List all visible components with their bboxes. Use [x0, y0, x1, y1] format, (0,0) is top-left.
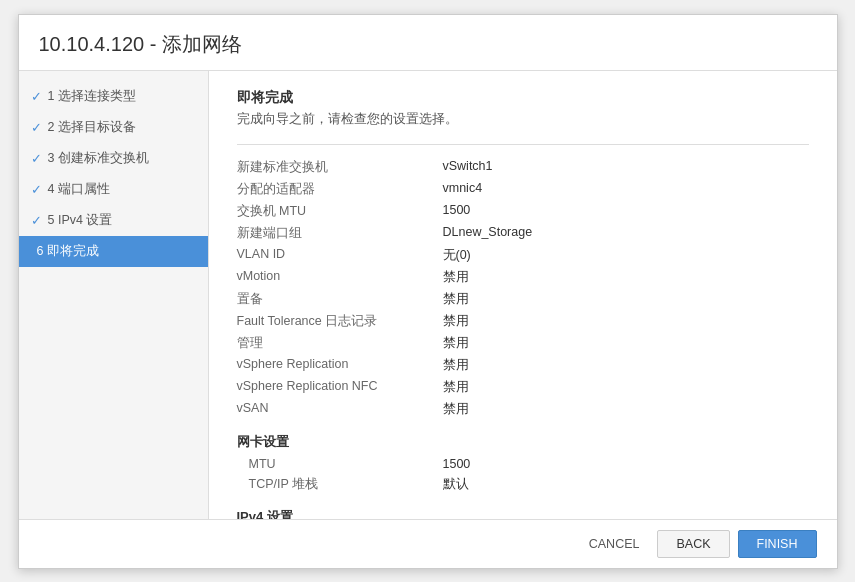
nic-label: TCP/IP 堆栈 [237, 474, 437, 496]
sidebar-item-step4[interactable]: ✓4 端口属性 [19, 174, 208, 205]
ipv4-section-title: IPv4 设置 [237, 508, 809, 519]
main-content: 即将完成 完成向导之前，请检查您的设置选择。 新建标准交换机vSwitch1分配… [209, 71, 837, 519]
sidebar-item-step2[interactable]: ✓2 选择目标设备 [19, 112, 208, 143]
setting-label: 管理 [237, 333, 437, 355]
divider-1 [237, 144, 809, 145]
setting-value: 禁用 [437, 333, 809, 355]
setting-value: 禁用 [437, 311, 809, 333]
setting-value: 禁用 [437, 289, 809, 311]
table-row: vSphere Replication禁用 [237, 355, 809, 377]
table-row: vMotion禁用 [237, 267, 809, 289]
setting-value: 1500 [437, 201, 809, 223]
add-network-dialog: 10.10.4.120 - 添加网络 ✓1 选择连接类型✓2 选择目标设备✓3 … [18, 14, 838, 569]
table-row: VLAN ID无(0) [237, 245, 809, 267]
setting-label: vSAN [237, 399, 437, 421]
finish-button[interactable]: FINISH [738, 530, 817, 558]
setting-label: 交换机 MTU [237, 201, 437, 223]
nic-settings-table: MTU1500TCP/IP 堆栈默认 [237, 455, 809, 496]
setting-label: vMotion [237, 267, 437, 289]
sidebar-item-step1[interactable]: ✓1 选择连接类型 [19, 81, 208, 112]
sidebar-label-step3: 3 创建标准交换机 [48, 150, 149, 167]
table-row: vSphere Replication NFC禁用 [237, 377, 809, 399]
sidebar-label-step2: 2 选择目标设备 [48, 119, 136, 136]
setting-value: 禁用 [437, 377, 809, 399]
nic-value: 默认 [437, 474, 809, 496]
table-row: vSAN禁用 [237, 399, 809, 421]
check-icon-step3: ✓ [31, 151, 42, 166]
sidebar-item-step6[interactable]: 6 即将完成 [19, 236, 208, 267]
sidebar-item-step5[interactable]: ✓5 IPv4 设置 [19, 205, 208, 236]
setting-label: Fault Tolerance 日志记录 [237, 311, 437, 333]
section-subtitle: 完成向导之前，请检查您的设置选择。 [237, 111, 809, 128]
setting-value: 禁用 [437, 267, 809, 289]
table-row: 管理禁用 [237, 333, 809, 355]
setting-value: 禁用 [437, 399, 809, 421]
dialog-footer: CANCEL BACK FINISH [19, 519, 837, 568]
table-row: 置备禁用 [237, 289, 809, 311]
setting-label: vSphere Replication NFC [237, 377, 437, 399]
table-row: 分配的适配器vmnic4 [237, 179, 809, 201]
cancel-button[interactable]: CANCEL [579, 531, 650, 557]
check-icon-step2: ✓ [31, 120, 42, 135]
check-icon-step5: ✓ [31, 213, 42, 228]
settings-table: 新建标准交换机vSwitch1分配的适配器vmnic4交换机 MTU1500新建… [237, 157, 809, 421]
setting-value: 无(0) [437, 245, 809, 267]
dialog-body: ✓1 选择连接类型✓2 选择目标设备✓3 创建标准交换机✓4 端口属性✓5 IP… [19, 71, 837, 519]
table-row: 新建端口组DLnew_Storage [237, 223, 809, 245]
setting-value: 禁用 [437, 355, 809, 377]
setting-label: 新建标准交换机 [237, 157, 437, 179]
check-icon-step4: ✓ [31, 182, 42, 197]
dialog-title: 10.10.4.120 - 添加网络 [19, 15, 837, 71]
setting-label: 分配的适配器 [237, 179, 437, 201]
table-row: TCP/IP 堆栈默认 [237, 474, 809, 496]
check-icon-step1: ✓ [31, 89, 42, 104]
section-title: 即将完成 [237, 89, 809, 107]
setting-value: DLnew_Storage [437, 223, 809, 245]
sidebar: ✓1 选择连接类型✓2 选择目标设备✓3 创建标准交换机✓4 端口属性✓5 IP… [19, 71, 209, 519]
table-row: MTU1500 [237, 455, 809, 474]
sidebar-label-step5: 5 IPv4 设置 [48, 212, 113, 229]
nic-section-title: 网卡设置 [237, 433, 809, 451]
nic-label: MTU [237, 455, 437, 474]
setting-value: vmnic4 [437, 179, 809, 201]
setting-label: 新建端口组 [237, 223, 437, 245]
sidebar-item-step3[interactable]: ✓3 创建标准交换机 [19, 143, 208, 174]
sidebar-label-step6: 6 即将完成 [37, 243, 99, 260]
setting-label: VLAN ID [237, 245, 437, 267]
setting-label: 置备 [237, 289, 437, 311]
back-button[interactable]: BACK [657, 530, 729, 558]
table-row: Fault Tolerance 日志记录禁用 [237, 311, 809, 333]
sidebar-label-step4: 4 端口属性 [48, 181, 110, 198]
setting-value: vSwitch1 [437, 157, 809, 179]
nic-value: 1500 [437, 455, 809, 474]
table-row: 新建标准交换机vSwitch1 [237, 157, 809, 179]
setting-label: vSphere Replication [237, 355, 437, 377]
table-row: 交换机 MTU1500 [237, 201, 809, 223]
sidebar-label-step1: 1 选择连接类型 [48, 88, 136, 105]
